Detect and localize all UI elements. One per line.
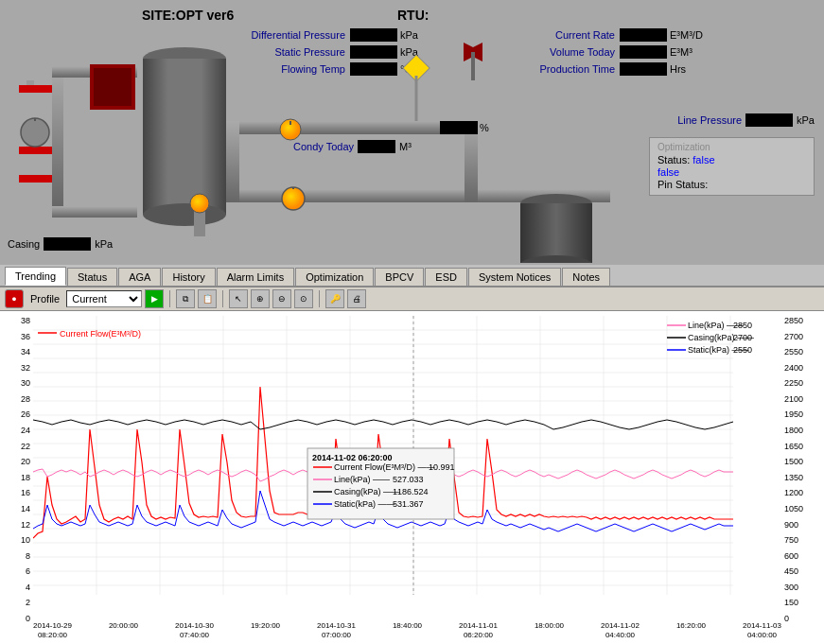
optimization-title: Optimization (657, 142, 806, 152)
y-left-18: 18 (21, 473, 30, 482)
pct-area: % (440, 121, 489, 134)
tooltip-row3-value: 1186.524 (393, 487, 429, 496)
tab-optimization[interactable]: Optimization (295, 268, 374, 286)
x-label-2: 2014-10-3007:40:00 (175, 621, 214, 639)
tank-body (143, 59, 226, 215)
y-left-26: 26 (21, 409, 30, 419)
y-right-900: 900 (784, 520, 798, 530)
y-left-2: 2 (26, 598, 30, 607)
chart-container: 38 36 34 32 30 28 26 24 22 20 18 16 14 1… (0, 311, 824, 644)
print-button[interactable]: 🖨 (347, 289, 366, 308)
pipe-vert-left-main (226, 121, 239, 202)
tooltip-row1-label: Current Flow(E³M³/D) —— (334, 462, 435, 472)
optimization-pin-status-label: Pin Status: (657, 179, 708, 190)
toolbar-separator-3 (319, 290, 320, 307)
y-right-600: 600 (784, 551, 798, 561)
tank-bottom-ellipse (143, 203, 226, 226)
tab-esd[interactable]: ESD (425, 268, 467, 286)
y-axis-left: 38 36 34 32 30 28 26 24 22 20 18 16 14 1… (0, 316, 33, 623)
y-right-2850: 2850 (784, 316, 803, 325)
paste-icon: 📋 (202, 294, 213, 304)
toolbar-separator-2 (222, 290, 223, 307)
line-pressure-area: Line Pressure kPa (677, 113, 815, 127)
legend-static-value: 2550 (733, 345, 752, 355)
cursor-button[interactable]: ↖ (229, 289, 248, 308)
condy-value (358, 140, 395, 153)
zoom-fit-icon: ⊙ (300, 294, 307, 304)
paste-button[interactable]: 📋 (198, 289, 217, 308)
play-icon: ▶ (151, 294, 158, 304)
zoom-out-button[interactable]: ⊖ (272, 289, 291, 308)
y-right-1500: 1500 (784, 457, 803, 466)
y-right-450: 450 (784, 566, 798, 576)
chart-svg: Current Flow(E³M³/D) Line(kPa) —— 2850 C… (33, 316, 781, 600)
condy-today-area: Condy Today M³ (293, 140, 412, 153)
condy-unit: M³ (399, 141, 412, 152)
tab-aga[interactable]: AGA (118, 268, 161, 286)
tab-alarm-limits[interactable]: Alarm Limits (217, 268, 295, 286)
y-right-1800: 1800 (784, 426, 803, 435)
tooltip-row2-label: Line(kPa) —— (334, 475, 390, 484)
tab-history[interactable]: History (162, 268, 215, 286)
optimization-status-row: Status: false (657, 154, 806, 165)
copy-button[interactable]: ⧉ (176, 289, 195, 308)
optimization-pin-false-value: false (657, 166, 679, 178)
casing-unit: kPa (95, 238, 113, 250)
casing-label: Casing kPa (8, 237, 113, 251)
valve-mid (19, 147, 52, 154)
y-right-300: 300 (784, 583, 798, 592)
cursor-icon: ↖ (235, 294, 242, 304)
record-icon: ● (11, 294, 16, 304)
condy-label: Condy Today (293, 141, 354, 152)
y-left-8: 8 (26, 551, 30, 561)
zoom-fit-button[interactable]: ⊙ (294, 289, 313, 308)
x-label-6: 2014-11-0106:20:00 (459, 621, 498, 639)
x-label-3: 19:20:00 (251, 621, 280, 631)
tooltip-row1-value: 10.991 (429, 462, 455, 472)
casing-value (44, 237, 91, 251)
y-left-30: 30 (21, 378, 30, 388)
y-right-2100: 2100 (784, 394, 803, 404)
tab-notes[interactable]: Notes (562, 268, 610, 286)
x-axis: 2014-10-2908:20:00 20:00:00 2014-10-3007… (33, 621, 781, 644)
small-tank-body (520, 203, 592, 263)
play-button[interactable]: ▶ (145, 289, 164, 308)
y-right-1950: 1950 (784, 409, 803, 419)
gauge-cluster (21, 118, 49, 147)
legend-line-kpa-value: 2850 (733, 321, 752, 330)
y-right-150: 150 (784, 598, 798, 607)
zoom-in-button[interactable]: ⊕ (251, 289, 270, 308)
settings-button[interactable]: 🔑 (325, 289, 344, 308)
profile-label: Profile (30, 293, 60, 305)
main-container: SITE:OPT ver6 RTU: Differential Pressure… (0, 0, 824, 644)
optimization-status-label: Status: (657, 154, 690, 165)
tab-trending[interactable]: Trending (5, 267, 66, 286)
profile-select[interactable]: Current (66, 290, 142, 307)
y-left-0: 0 (26, 614, 30, 623)
y-right-2550: 2550 (784, 347, 803, 357)
tooltip-row4-value: 531.367 (393, 499, 424, 509)
line-pressure-unit: kPa (797, 114, 815, 126)
tab-system-notices[interactable]: System Notices (468, 268, 561, 286)
pipeline-svg (0, 0, 823, 263)
tab-status[interactable]: Status (67, 268, 117, 286)
pipe-vertical-left (52, 66, 63, 208)
valve-top (19, 85, 52, 93)
casing-text: Casing (8, 238, 40, 250)
optimization-status-value: false (693, 154, 714, 165)
y-right-1200: 1200 (784, 488, 803, 497)
legend-current-flow-text: Current Flow(E³M³/D) (60, 329, 141, 339)
y-right-750: 750 (784, 535, 798, 545)
y-left-24: 24 (21, 426, 30, 435)
x-label-0: 2014-10-2908:20:00 (33, 621, 72, 639)
x-label-8: 2014-11-0204:40:00 (601, 621, 640, 639)
y-left-10: 10 (21, 535, 30, 545)
y-left-34: 34 (21, 347, 30, 357)
y-right-1650: 1650 (784, 442, 803, 451)
print-icon: 🖨 (353, 294, 361, 304)
optimization-box: Optimization Status: false false Pin Sta… (649, 137, 815, 196)
record-button[interactable]: ● (5, 289, 24, 308)
y-right-0: 0 (784, 614, 789, 623)
tab-bpcv[interactable]: BPCV (375, 268, 424, 286)
copy-icon: ⧉ (183, 294, 188, 305)
